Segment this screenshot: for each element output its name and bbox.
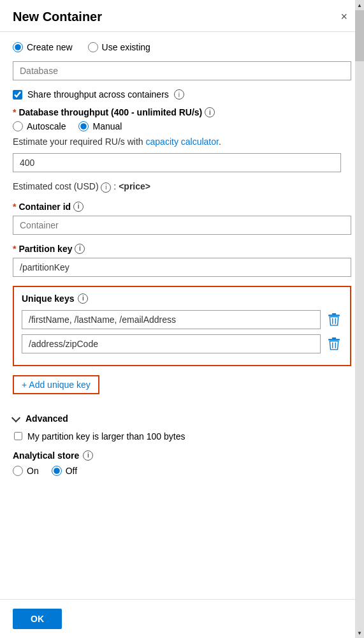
dialog-body: Create new Use existing Share throughput… [0, 32, 364, 599]
unique-key-row-2 [22, 334, 342, 353]
partition-larger-checkbox[interactable] [14, 432, 22, 440]
container-id-star: * [13, 202, 16, 212]
container-id-info-icon: i [73, 202, 84, 212]
partition-size-row: My partition key is larger than 100 byte… [13, 431, 351, 441]
advanced-label: Advanced [25, 413, 68, 424]
container-id-section: * Container id i [13, 202, 351, 235]
svg-rect-5 [328, 339, 340, 340]
unique-keys-info-icon: i [78, 293, 88, 304]
analytical-off-label: Off [66, 466, 77, 476]
trash-icon-2 [328, 338, 340, 350]
use-existing-radio[interactable] [88, 42, 98, 52]
ok-button[interactable]: OK [13, 609, 62, 629]
partition-larger-label: My partition key is larger than 100 byte… [27, 431, 185, 441]
new-container-dialog: New Container × Create new Use existing … [0, 0, 364, 638]
analytical-on-label: On [27, 466, 39, 476]
analytical-store-label: Analytical store [13, 450, 79, 461]
autoscale-radio-label[interactable]: Autoscale [13, 121, 66, 131]
trash-icon-1 [328, 313, 340, 326]
partition-key-input[interactable] [13, 258, 351, 277]
analytical-store-radio-group: On Off [13, 466, 351, 476]
use-existing-radio-label[interactable]: Use existing [88, 42, 150, 52]
unique-keys-label: Unique keys [22, 293, 74, 304]
autoscale-label: Autoscale [27, 121, 66, 131]
scrollbar-down-button[interactable]: ▼ [355, 628, 364, 638]
unique-key-row-1 [22, 310, 342, 329]
partition-key-section: * Partition key i [13, 244, 351, 277]
capacity-calculator-link[interactable]: capacity calculator [146, 137, 219, 147]
create-new-radio[interactable] [13, 42, 23, 52]
analytical-off-radio-label[interactable]: Off [52, 466, 77, 476]
container-id-label: Container id [18, 202, 71, 212]
analytical-store-info-icon: i [83, 450, 93, 461]
share-throughput-label: Share throughput across containers [27, 89, 169, 100]
unique-key-1-input[interactable] [22, 310, 321, 329]
analytical-off-radio[interactable] [52, 466, 62, 476]
create-new-radio-label[interactable]: Create new [13, 42, 73, 52]
container-id-label-row: * Container id i [13, 202, 351, 212]
database-throughput-label: Database throughput (400 - unlimited RU/… [18, 107, 202, 117]
use-existing-label: Use existing [102, 42, 150, 52]
analytical-on-radio[interactable] [13, 466, 23, 476]
throughput-required-star: * [13, 107, 16, 117]
advanced-toggle[interactable]: Advanced [13, 413, 351, 424]
partition-key-label: Partition key [18, 244, 72, 254]
chevron-down-icon [11, 413, 20, 422]
throughput-info-icon: i [205, 107, 215, 117]
svg-rect-1 [328, 315, 340, 316]
container-id-input[interactable] [13, 216, 351, 235]
manual-label: Manual [92, 121, 122, 131]
scrollbar-up-button[interactable]: ▲ [355, 0, 364, 10]
create-use-radio-group: Create new Use existing [13, 42, 351, 52]
throughput-input-row: * [13, 153, 351, 172]
delete-unique-key-1-button[interactable] [326, 311, 342, 329]
scrollbar[interactable]: ▲ ▼ [355, 0, 364, 638]
throughput-input[interactable] [13, 153, 341, 172]
estimated-cost-info-icon: i [101, 182, 111, 193]
capacity-text-row: Estimate your required RU/s with capacit… [13, 137, 351, 147]
partition-key-info-icon: i [75, 244, 85, 254]
delete-unique-key-2-button[interactable] [326, 335, 342, 353]
database-section [13, 61, 351, 80]
analytical-store-label-row: Analytical store i [13, 450, 351, 461]
scrollbar-track[interactable] [355, 10, 364, 628]
add-unique-key-button[interactable]: + Add unique key [13, 375, 99, 394]
share-throughput-info-icon: i [174, 89, 184, 100]
throughput-options-group: Autoscale Manual [13, 121, 351, 131]
estimated-cost-label: Estimated cost (USD) [13, 181, 99, 191]
estimate-text-post: . [219, 137, 221, 147]
estimated-cost-row: Estimated cost (USD) i : <price> [13, 181, 351, 193]
unique-keys-header: Unique keys i [22, 293, 342, 304]
dialog-header: New Container × [0, 0, 364, 32]
autoscale-radio[interactable] [13, 121, 23, 131]
create-new-label: Create new [27, 42, 73, 52]
svg-rect-0 [332, 313, 337, 315]
manual-radio[interactable] [78, 121, 89, 131]
dialog-footer: OK [0, 599, 364, 638]
add-unique-key-section: + Add unique key [13, 375, 351, 403]
unique-key-2-input[interactable] [22, 334, 321, 353]
manual-radio-label[interactable]: Manual [78, 121, 122, 131]
close-button[interactable]: × [337, 9, 351, 25]
estimated-cost-value: <price> [119, 181, 150, 191]
partition-key-star: * [13, 244, 16, 254]
svg-rect-4 [332, 338, 337, 339]
dialog-title: New Container [13, 10, 102, 24]
partition-key-label-row: * Partition key i [13, 244, 351, 254]
scrollbar-thumb[interactable] [355, 10, 364, 61]
analytical-on-radio-label[interactable]: On [13, 466, 39, 476]
database-throughput-label-row: * Database throughput (400 - unlimited R… [13, 107, 351, 117]
share-throughput-checkbox[interactable] [13, 90, 22, 100]
share-throughput-row: Share throughput across containers i [13, 89, 351, 100]
database-input[interactable] [13, 61, 351, 80]
estimate-text-pre: Estimate your required RU/s with [13, 137, 146, 147]
unique-keys-section: Unique keys i [13, 286, 351, 366]
analytical-store-section: Analytical store i On Off [13, 450, 351, 476]
